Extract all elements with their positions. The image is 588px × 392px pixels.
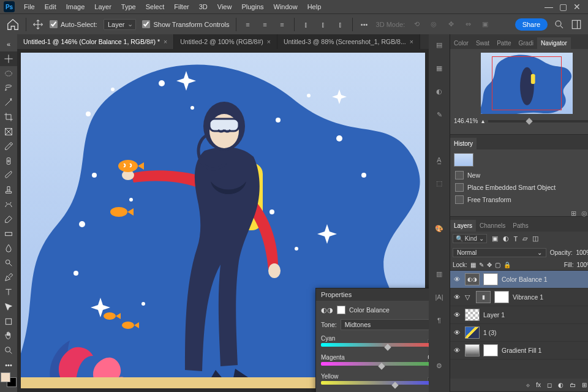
lock-paint-icon[interactable]: ✎ xyxy=(479,262,484,268)
layer-color-balance[interactable]: 👁 ◐◑ Color Balance 1 xyxy=(450,271,588,288)
swatches-icon[interactable]: ▦ xyxy=(432,61,446,75)
tab-patterns[interactable]: Patte xyxy=(493,37,514,49)
brushes-icon[interactable]: ✎ xyxy=(432,108,446,121)
properties-panel[interactable]: Properties » ≡ ◐◑ Color Balance Tone: Mi… xyxy=(315,288,429,392)
fx-icon[interactable]: fx xyxy=(536,382,541,388)
path-tool[interactable] xyxy=(0,300,17,314)
eraser-tool[interactable] xyxy=(0,212,17,227)
auto-select-checkbox[interactable] xyxy=(50,20,58,28)
character-icon[interactable]: A̲ xyxy=(432,153,446,167)
layer-name[interactable]: Gradient Fill 1 xyxy=(502,347,541,354)
visibility-icon[interactable]: 👁 xyxy=(453,329,461,336)
doc-tab-3[interactable]: Untitled-3 @ 88% (Screenshot_1, RGB/8...… xyxy=(277,34,420,49)
tab-history[interactable]: History xyxy=(450,138,477,149)
menu-image[interactable]: Image xyxy=(62,1,89,12)
cube-icon[interactable]: ⬚ xyxy=(432,176,446,190)
paragraph-icon[interactable]: ¶ xyxy=(432,314,446,327)
filter-smart-icon[interactable]: ◫ xyxy=(532,235,538,243)
edit-toolbar[interactable]: ••• xyxy=(0,358,17,372)
align-top-icon[interactable]: ⫿ xyxy=(301,19,312,30)
visibility-icon[interactable]: 👁 xyxy=(453,311,461,318)
history-item-transform[interactable]: Free Transform xyxy=(454,194,588,206)
menu-help[interactable]: Help xyxy=(303,1,326,12)
frame-tool[interactable] xyxy=(0,124,17,139)
color-swatches[interactable] xyxy=(1,372,17,387)
tone-dropdown[interactable]: Midtones ⌄ xyxy=(341,319,429,330)
menu-filter[interactable]: Filter xyxy=(170,1,193,12)
menu-3d[interactable]: 3D xyxy=(195,1,212,12)
layer-name[interactable]: 1 (3) xyxy=(483,329,497,336)
type-tool[interactable] xyxy=(0,285,17,300)
navigator-viewbox[interactable] xyxy=(492,56,562,110)
mask-thumb[interactable] xyxy=(483,273,498,285)
auto-select-toggle[interactable]: Auto-Select: xyxy=(50,20,97,28)
filter-pixel-icon[interactable]: ▣ xyxy=(492,235,498,243)
group-icon[interactable]: 🗀 xyxy=(570,382,576,388)
history-item-place[interactable]: Place Embedded Smart Object xyxy=(454,181,588,194)
menu-layer[interactable]: Layer xyxy=(90,1,116,12)
gradient-tool[interactable] xyxy=(0,227,17,241)
lasso-tool[interactable] xyxy=(0,80,17,95)
layer-name[interactable]: Vibrance 1 xyxy=(513,293,543,301)
zoom-out-icon[interactable]: ▴ xyxy=(481,118,484,124)
history-brush-tool[interactable] xyxy=(0,197,17,212)
slider-yellow[interactable] xyxy=(321,381,429,386)
share-button[interactable]: Share xyxy=(515,18,548,31)
properties-header[interactable]: Properties » ≡ xyxy=(316,288,429,301)
move-tool[interactable] xyxy=(0,51,17,66)
menu-window[interactable]: Window xyxy=(270,1,302,12)
lock-position-icon[interactable]: ✥ xyxy=(487,262,492,268)
settings-icon[interactable]: ⚙ xyxy=(432,359,446,372)
eyedropper-tool[interactable] xyxy=(0,139,17,154)
doc-tab-2[interactable]: Untitled-2 @ 100% (RGB/8#)× xyxy=(174,34,277,49)
visibility-icon[interactable]: 👁 xyxy=(453,276,461,283)
shape-tool[interactable] xyxy=(0,314,17,329)
link-icon[interactable]: ⟐ xyxy=(526,382,530,388)
visibility-icon[interactable]: 👁 xyxy=(453,293,461,301)
doc-tab-1[interactable]: Untitled-1 @ 146% (Color Balance 1, RGB/… xyxy=(17,34,174,49)
visibility-icon[interactable]: 👁 xyxy=(453,347,461,354)
blur-tool[interactable] xyxy=(0,241,17,256)
mask-thumb[interactable] xyxy=(483,344,498,356)
search-icon[interactable] xyxy=(554,19,565,30)
libraries-icon[interactable]: ▥ xyxy=(432,267,446,281)
wand-tool[interactable] xyxy=(0,95,17,110)
pen-tool[interactable] xyxy=(0,270,17,285)
lock-pixels-icon[interactable]: ▦ xyxy=(470,262,476,268)
slider-cyan[interactable] xyxy=(321,343,429,348)
collapse-tool[interactable]: « xyxy=(0,37,17,51)
heal-tool[interactable] xyxy=(0,154,17,168)
align-bottom-icon[interactable]: ⫿ xyxy=(335,19,346,30)
menu-plugins[interactable]: Plugins xyxy=(237,1,268,12)
filter-adjust-icon[interactable]: ◐ xyxy=(503,235,509,243)
expand-icon[interactable]: ▽ xyxy=(465,293,472,301)
layer-name[interactable]: Color Balance 1 xyxy=(502,276,548,283)
zoom-value[interactable]: 146.41% xyxy=(454,118,478,124)
layer-name[interactable]: Layer 1 xyxy=(483,311,505,318)
more-icon[interactable]: ••• xyxy=(359,19,370,30)
align-right-icon[interactable]: ≡ xyxy=(277,19,288,30)
glyph-icon[interactable]: |A| xyxy=(432,290,446,304)
blend-mode-dropdown[interactable]: Normal ⌄ xyxy=(453,248,546,257)
layer-layer1[interactable]: 👁 Layer 1 xyxy=(450,306,588,324)
dodge-tool[interactable] xyxy=(0,255,17,270)
tab-layers[interactable]: Layers xyxy=(450,220,476,232)
home-icon[interactable] xyxy=(6,18,20,31)
menu-type[interactable]: Type xyxy=(117,1,140,12)
tab-gradients[interactable]: Gradi xyxy=(515,37,537,49)
navigator-thumbnail[interactable] xyxy=(481,53,573,114)
hand-tool[interactable] xyxy=(0,329,17,344)
close-icon[interactable]: × xyxy=(410,38,413,45)
maximize-icon[interactable]: ▢ xyxy=(559,2,567,12)
new-layer-icon[interactable]: ⊞ xyxy=(582,382,587,388)
menu-select[interactable]: Select xyxy=(141,1,169,12)
crop-tool[interactable] xyxy=(0,110,17,124)
layer-smart-object[interactable]: 👁 1 (3) xyxy=(450,324,588,342)
filter-type-icon[interactable]: T xyxy=(514,235,518,243)
tab-swatches[interactable]: Swat xyxy=(472,37,493,49)
brush-tool[interactable] xyxy=(0,168,17,183)
tab-navigator[interactable]: Navigator xyxy=(537,37,571,49)
menu-edit[interactable]: Edit xyxy=(40,1,61,12)
workspace-icon[interactable] xyxy=(571,19,582,30)
adjustment-icon[interactable]: ◐ xyxy=(558,382,564,388)
